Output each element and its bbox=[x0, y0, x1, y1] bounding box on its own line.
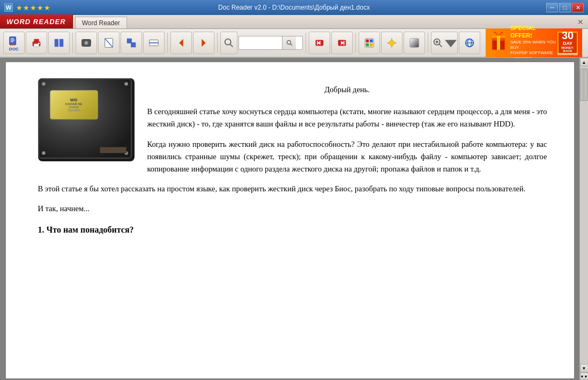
tabbar: WORD READER Word Reader ✕ bbox=[0, 15, 588, 29]
svg-rect-9 bbox=[55, 39, 58, 47]
svg-point-22 bbox=[225, 39, 231, 45]
toolbar-separator-2 bbox=[167, 33, 168, 53]
print-button[interactable] bbox=[26, 32, 47, 54]
toolbar-separator-6 bbox=[428, 33, 428, 53]
tab-close-button[interactable]: ✕ bbox=[575, 18, 586, 26]
svg-rect-3 bbox=[11, 41, 13, 41]
view-mode-button[interactable] bbox=[48, 32, 70, 54]
actual-size-button[interactable] bbox=[121, 32, 142, 54]
paragraph-4: И так, начнем... bbox=[38, 203, 547, 215]
svg-rect-17 bbox=[131, 42, 136, 47]
document-page: WD CAVIAR SE 250GB 7200 RPM bbox=[6, 62, 574, 378]
svg-marker-20 bbox=[179, 39, 183, 47]
scrollbar[interactable]: ▲ ▼ ▼▼ bbox=[579, 58, 588, 380]
window-controls: ─ □ ✕ bbox=[546, 3, 584, 12]
zoom-fit-width-button[interactable] bbox=[143, 32, 165, 54]
svg-rect-10 bbox=[59, 39, 63, 47]
svg-rect-28 bbox=[317, 41, 318, 44]
toolbar-separator-5 bbox=[355, 33, 356, 53]
svg-rect-34 bbox=[370, 40, 373, 43]
ad-text: SPECIAL OFFER! SAVE 35% WHEN YOU BUY FOX… bbox=[510, 24, 557, 62]
hdd-image: WD CAVIAR SE 250GB 7200 RPM bbox=[38, 78, 135, 161]
screenshot-button[interactable] bbox=[76, 32, 97, 54]
hdd-connector bbox=[100, 147, 126, 153]
svg-point-24 bbox=[287, 41, 291, 44]
svg-rect-55 bbox=[492, 36, 505, 38]
toolbar: DOC DOC bbox=[0, 29, 588, 58]
document-area: WD CAVIAR SE 250GB 7200 RPM bbox=[0, 58, 579, 380]
ad-banner[interactable]: SPECIAL OFFER! SAVE 35% WHEN YOU BUY FOX… bbox=[486, 28, 582, 57]
svg-marker-21 bbox=[202, 39, 205, 47]
svg-rect-43 bbox=[410, 39, 419, 48]
toolbar-separator-4 bbox=[306, 33, 306, 53]
window-title: Doc Reader v2.0 - D:\Documents\Добрый де… bbox=[218, 4, 370, 11]
toolbar-separator-1 bbox=[72, 33, 73, 53]
svg-point-37 bbox=[389, 40, 394, 45]
svg-rect-36 bbox=[370, 43, 373, 47]
brand-logo: WORD READER bbox=[0, 14, 73, 28]
hdd-image-container: WD CAVIAR SE 250GB 7200 RPM bbox=[38, 78, 135, 161]
paragraph-3: В этой статье я бы хотел рассказать на п… bbox=[38, 183, 547, 195]
scroll-up-button[interactable]: ▲ bbox=[580, 58, 589, 66]
scroll-down-button[interactable]: ▼ bbox=[580, 364, 589, 372]
prev-page-button[interactable] bbox=[170, 32, 192, 54]
search-button[interactable] bbox=[220, 32, 237, 54]
doc-label: DOC bbox=[9, 47, 19, 51]
scroll-track[interactable] bbox=[580, 66, 589, 364]
svg-point-8 bbox=[38, 43, 40, 44]
heading-1: 1. Что нам понадобится? bbox=[38, 223, 547, 237]
svg-line-23 bbox=[230, 44, 233, 47]
svg-marker-48 bbox=[445, 40, 457, 48]
titlebar-left: W ★★★★★ bbox=[4, 3, 51, 12]
titlebar: W ★★★★★ Doc Reader v2.0 - D:\Documents\Д… bbox=[0, 0, 588, 15]
svg-rect-35 bbox=[366, 43, 369, 47]
grayscale-button[interactable] bbox=[404, 32, 425, 54]
search-submit-button[interactable] bbox=[282, 36, 296, 49]
svg-rect-31 bbox=[344, 41, 345, 44]
toolbar-separator-3 bbox=[217, 33, 218, 53]
tab-word-reader[interactable]: Word Reader bbox=[75, 17, 127, 28]
svg-rect-33 bbox=[366, 40, 369, 43]
open-doc-button[interactable]: DOC DOC bbox=[3, 32, 25, 54]
ad-guarantee: MONEY-BACK GUARANTEE bbox=[557, 46, 578, 56]
svg-text:DOC: DOC bbox=[10, 43, 16, 46]
ad-30-day: 30 DAY MONEY-BACK GUARANTEE bbox=[557, 32, 578, 54]
svg-rect-2 bbox=[11, 40, 15, 40]
svg-line-45 bbox=[439, 44, 442, 47]
svg-rect-6 bbox=[34, 39, 39, 42]
search-input[interactable] bbox=[239, 38, 282, 48]
next-page-button[interactable] bbox=[193, 32, 214, 54]
zoom-dropdown-button[interactable] bbox=[431, 32, 458, 54]
close-button[interactable]: ✕ bbox=[572, 3, 584, 12]
svg-rect-7 bbox=[34, 44, 39, 47]
main-area: WD CAVIAR SE 250GB 7200 RPM bbox=[0, 58, 588, 380]
minimize-button[interactable]: ─ bbox=[546, 3, 558, 12]
svg-rect-1 bbox=[11, 38, 14, 39]
scroll-bottom-button[interactable]: ▼▼ bbox=[580, 372, 589, 380]
restore-button[interactable]: □ bbox=[559, 3, 571, 12]
svg-point-13 bbox=[85, 42, 88, 44]
fit-page-button[interactable] bbox=[98, 32, 120, 54]
color-mode-button[interactable] bbox=[359, 32, 380, 54]
hdd-body: WD CAVIAR SE 250GB 7200 RPM bbox=[38, 78, 132, 159]
hdd-label: WD CAVIAR SE 250GB 7200 RPM bbox=[50, 90, 98, 120]
internet-button[interactable] bbox=[459, 32, 480, 54]
media-end-button[interactable] bbox=[331, 32, 353, 54]
rating-stars: ★★★★★ bbox=[16, 4, 51, 12]
media-begin-button[interactable] bbox=[309, 32, 330, 54]
app-icon: W bbox=[4, 3, 13, 12]
svg-line-25 bbox=[290, 44, 292, 46]
brightness-button[interactable] bbox=[381, 32, 403, 54]
scroll-thumb[interactable] bbox=[580, 69, 587, 101]
search-box[interactable] bbox=[239, 36, 303, 50]
